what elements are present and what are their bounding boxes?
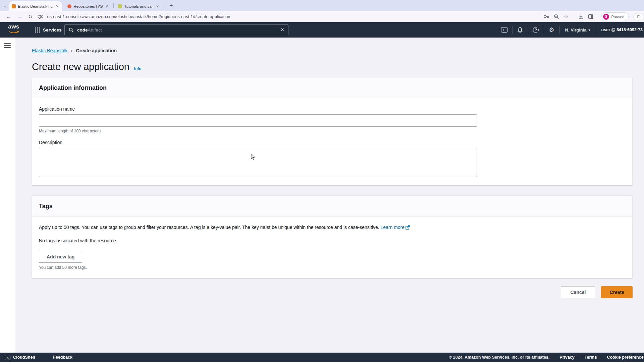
zoom-icon[interactable] [554, 14, 559, 19]
docs-favicon-icon [118, 4, 122, 8]
footer-cloudshell-button[interactable]: CloudShell [13, 355, 35, 360]
browser-toolbar: ← → ↻ us-east-1.console.aws.amazon.com/e… [0, 11, 644, 22]
browser-tab-strip: ⌄ Elastic Beanstalk | us-east-1 × Reposi… [0, 0, 644, 11]
create-button[interactable]: Create [601, 286, 633, 298]
tab-title: Tutorials and samples - AWS E [124, 4, 153, 8]
footer-feedback-button[interactable]: Feedback [53, 355, 72, 360]
application-name-label: Application name [39, 106, 626, 112]
tags-description: Apply up to 50 tags. You can use tags to… [39, 225, 626, 230]
cancel-button[interactable]: Cancel [561, 286, 595, 298]
side-panel-icon[interactable] [588, 14, 593, 19]
page-title-row: Create new application Info [32, 61, 633, 72]
card-body: Application name Maximum length of 100 c… [32, 98, 632, 185]
aws-header-right: >_ ? ⚙ N. Virginia ▾ user @ 8418-6092-73 [499, 22, 644, 38]
bookmark-star-icon[interactable]: ☆ [564, 14, 568, 20]
password-key-icon[interactable] [543, 14, 549, 19]
tags-description-text: Apply up to 50 tags. You can use tags to… [39, 225, 379, 230]
account-menu-button[interactable]: user @ 8418-6092-73 [601, 27, 643, 32]
breadcrumb: Elastic Beanstalk › Create application [32, 48, 633, 53]
aws-logo-text: aws [7, 24, 20, 29]
application-name-input[interactable] [39, 114, 477, 127]
chevron-down-icon: ▾ [589, 28, 590, 32]
application-name-hint: Maximum length of 100 characters. [39, 129, 626, 133]
aws-smile-icon [9, 31, 19, 34]
card-body: Apply up to 50 tags. You can use tags to… [32, 217, 632, 278]
region-label: N. Virginia [565, 27, 587, 33]
description-textarea[interactable] [39, 148, 477, 177]
tab-repositories[interactable]: Repositories | AWS Developer T × [65, 1, 112, 11]
grid-icon [35, 27, 40, 33]
learn-more-label: Learn more [380, 225, 405, 230]
cloudshell-icon[interactable]: >_ [5, 355, 10, 360]
divider [559, 26, 560, 34]
reload-icon[interactable]: ↻ [28, 14, 33, 20]
external-link-icon [406, 225, 410, 230]
form-actions: Cancel Create [32, 286, 633, 298]
tab-tutorials[interactable]: Tutorials and samples - AWS E × [115, 1, 162, 11]
search-suggestion-text: Artifact [88, 27, 102, 33]
footer-link-terms[interactable]: Terms [585, 355, 597, 360]
mouse-cursor [251, 154, 256, 160]
card-header: Tags [32, 196, 632, 217]
footer-link-cookie-preferences[interactable]: Cookie preferences [607, 355, 644, 360]
paused-label: Paused [611, 15, 624, 19]
window-minimize-button[interactable]: — [635, 1, 639, 6]
aws-console-header: aws Services code Artifact × >_ [0, 22, 644, 38]
collapsed-sidebar [0, 38, 15, 353]
page-title: Create new application [32, 61, 129, 72]
services-label: Services [43, 27, 62, 33]
tab-elastic-beanstalk[interactable]: Elastic Beanstalk | us-east-1 × [9, 1, 62, 11]
add-new-tag-button[interactable]: Add new tag [39, 251, 82, 263]
card-header: Application information [32, 77, 632, 98]
footer-link-privacy[interactable]: Privacy [559, 355, 574, 360]
chevron-right-icon: › [71, 48, 73, 53]
browser-secondary-chip[interactable]: Fi [633, 13, 644, 20]
tab-title: Elastic Beanstalk | us-east-1 [18, 4, 53, 8]
tab-separator [164, 3, 164, 8]
aws-logo[interactable]: aws [7, 24, 20, 35]
downloads-icon[interactable] [578, 14, 584, 19]
search-icon [69, 27, 74, 33]
cloudshell-icon[interactable]: >_ [499, 27, 510, 33]
tags-empty-message: No tags associated with the resource. [39, 238, 626, 243]
forward-icon[interactable]: → [17, 14, 22, 19]
settings-gear-icon[interactable]: ⚙ [546, 27, 557, 33]
tab-title: Repositories | AWS Developer T [73, 4, 102, 8]
application-information-heading: Application information [39, 84, 107, 91]
tags-remaining-hint: You can add 50 more tags. [39, 265, 626, 270]
footer-left: >_ CloudShell Feedback [5, 355, 72, 360]
region-selector[interactable]: N. Virginia ▾ [565, 27, 590, 33]
breadcrumb-current: Create application [76, 48, 117, 53]
search-typed-text: code [77, 27, 88, 33]
close-icon[interactable]: × [105, 4, 109, 9]
console-footer: >_ CloudShell Feedback © 2024, Amazon We… [0, 353, 644, 362]
back-icon[interactable]: ← [6, 14, 11, 19]
application-information-card: Application information Application name… [32, 77, 633, 185]
learn-more-link[interactable]: Learn more [380, 225, 410, 230]
menu-hamburger-icon[interactable] [4, 43, 11, 48]
tab-search-icon[interactable]: ⌄ [3, 3, 6, 8]
description-label: Description [39, 140, 626, 145]
tags-heading: Tags [39, 203, 53, 209]
copyright-text: © 2024, Amazon Web Services, Inc. or its… [449, 355, 549, 360]
divider [528, 26, 528, 34]
services-menu-button[interactable]: Services [35, 27, 62, 33]
avatar: S [603, 14, 609, 20]
toolbar-right-cluster: ☆ S Paused Fi [543, 12, 644, 21]
close-icon[interactable]: × [155, 4, 160, 9]
close-icon[interactable]: × [55, 4, 60, 9]
new-tab-button[interactable]: + [169, 2, 173, 9]
beanstalk-favicon-icon [12, 4, 16, 8]
console-search-input[interactable]: code Artifact × [64, 24, 288, 35]
notifications-bell-icon[interactable] [515, 27, 526, 33]
info-link[interactable]: Info [134, 66, 142, 71]
search-clear-icon[interactable]: × [281, 26, 284, 33]
breadcrumb-link-elastic-beanstalk[interactable]: Elastic Beanstalk [32, 48, 68, 53]
divider [544, 26, 544, 34]
help-icon[interactable]: ? [530, 27, 542, 33]
browser-profile-paused-badge[interactable]: S Paused [601, 12, 629, 21]
divider [596, 26, 596, 34]
address-bar[interactable]: us-east-1.console.aws.amazon.com/elastic… [47, 14, 230, 19]
site-info-icon[interactable] [38, 14, 43, 19]
tab-separator [113, 3, 114, 8]
